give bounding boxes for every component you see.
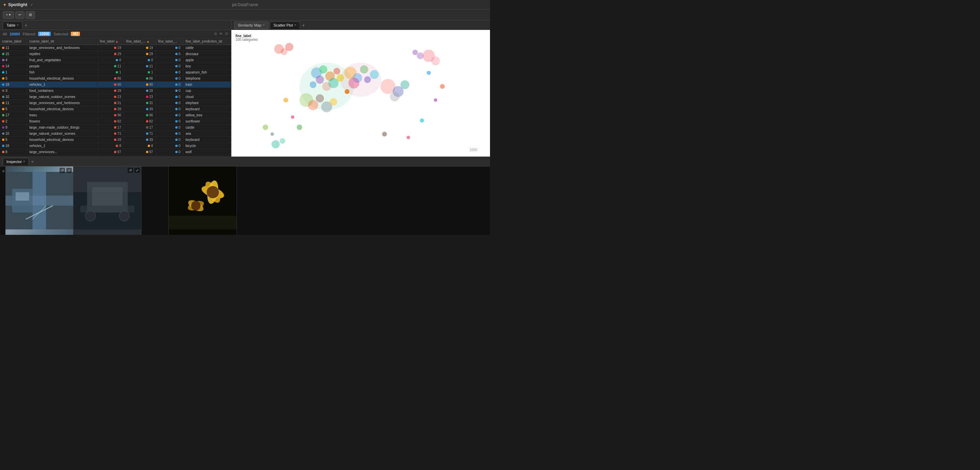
cell-coarse-label: 17	[0, 112, 27, 118]
table-row[interactable]: 8 large_omnivores... 97 97 0 wolf	[0, 149, 231, 155]
tab-scatter-plot[interactable]: Scatter Plot ×	[270, 21, 300, 29]
cell-fine-label: 39	[98, 137, 124, 143]
save-icon[interactable]: 🗸	[30, 3, 34, 7]
img-1-expand[interactable]: ⤢	[66, 168, 72, 173]
svg-point-23	[308, 100, 318, 110]
table-row[interactable]: 5 household_electrical_devices 86 86 0 t…	[0, 76, 231, 82]
table-row[interactable]: 4 fruit_and_vegetables 0 0 0 apple	[0, 57, 231, 63]
cell-fine-label: 39	[98, 106, 124, 112]
table-row[interactable]: 18 vehicles_1 90 90 0 train	[0, 82, 231, 88]
col-header-coarse-label-str[interactable]: coarse_label_str	[27, 38, 98, 45]
table-row[interactable]: 9 large_man-made_outdoor_things 17 17 0 …	[0, 124, 231, 131]
table-row[interactable]: 11 large_omnivores_and_herbivores 31 31 …	[0, 100, 231, 106]
img-2-reload[interactable]: ↺	[127, 168, 133, 173]
table-row[interactable]: 5 household_electrical_devices 39 39 0 k…	[0, 137, 231, 143]
cell-prediction: aquarium_fish	[183, 69, 231, 76]
cell-fine-label2: 96	[124, 112, 156, 118]
svg-point-37	[420, 118, 424, 123]
cell-prediction: wolf	[183, 149, 231, 155]
cell-coarse-label-str: large_natural_outdoor_scenes	[27, 94, 98, 100]
table-row[interactable]: 2 flowers 82 82 0 sunflower	[0, 118, 231, 124]
cell-fine-label: 11	[98, 63, 124, 69]
vis-legend: fine_label 100 categories	[234, 33, 259, 43]
cell-coarse-label-str: food_containers	[27, 88, 98, 94]
cell-fine-label3: 0	[156, 63, 183, 69]
stat-icons: ⊞ 👁 ⚙	[214, 32, 228, 36]
table: coarse_label coarse_label_str fine_label…	[0, 38, 231, 155]
table-row[interactable]: 18 vehicles_1 8 8 0 bicycle	[0, 143, 231, 149]
cell-fine-label2: 29	[124, 51, 156, 57]
svg-point-34	[427, 71, 431, 75]
cell-coarse-label-str: vehicles_1	[27, 143, 98, 149]
tab-add-button[interactable]: +	[24, 22, 27, 28]
cell-fine-label3: 0	[156, 51, 183, 57]
img-1-reload[interactable]: ↺	[60, 168, 65, 173]
vis-tab-add[interactable]: +	[302, 22, 305, 28]
undo-button[interactable]: ↩	[15, 11, 24, 19]
col-header-coarse-label[interactable]: coarse_label	[0, 38, 27, 45]
layout-button[interactable]: ⊞	[26, 11, 35, 19]
cell-fine-label3: 0	[156, 57, 183, 63]
title-bar: ✦ Spotlight 🗸 pd.DataFrame	[0, 0, 490, 10]
cell-prediction: train	[183, 82, 231, 88]
cell-fine-label2: 23	[124, 94, 156, 100]
svg-rect-58	[92, 187, 123, 206]
table-row[interactable]: 15 reptiles 29 29 0 dinosaur	[0, 51, 231, 57]
col-header-fine-label[interactable]: fine_label ▲	[98, 38, 124, 45]
cell-prediction: cloud	[183, 94, 231, 100]
scatter-plot-svg[interactable]: 1000	[231, 30, 490, 156]
table-row[interactable]: 5 household_electrical_devices 39 39 0 k…	[0, 106, 231, 112]
cell-fine-label3: 0	[156, 88, 183, 94]
tab-table[interactable]: Table ×	[3, 21, 22, 29]
center-title: pd.DataFrame	[232, 2, 258, 7]
expand-icon[interactable]: ⊞	[214, 32, 217, 36]
col-header-fine-label3[interactable]: fine_label_...	[156, 38, 183, 45]
right-panels: Similarity Map × Scatter Plot × + fine_l…	[231, 21, 490, 156]
table-stats-bar: All 10000 Filtered 10000 Selected 482 ⊞ …	[0, 30, 231, 38]
stat-all-value: 10000	[10, 32, 20, 36]
inspector-tab-add[interactable]: +	[31, 159, 34, 164]
tab-similarity-map[interactable]: Similarity Map ×	[234, 21, 269, 29]
tab-table-close[interactable]: ×	[17, 23, 19, 27]
tab-inspector-close[interactable]: ×	[23, 159, 25, 163]
cell-prediction: cup	[183, 88, 231, 94]
table-row[interactable]: 3 food_containers 28 28 0 cup	[0, 88, 231, 94]
col-header-prediction[interactable]: fine_label_prediction_str	[183, 38, 231, 45]
svg-point-20	[364, 76, 371, 83]
tab-inspector-label: Inspector	[6, 159, 22, 164]
table-row[interactable]: 14 people 11 11 0 boy	[0, 63, 231, 69]
cell-fine-label: 28	[98, 88, 124, 94]
svg-point-24	[316, 94, 324, 102]
table-row[interactable]: 11 large_omnivores_and_herbivores 19 19 …	[0, 45, 231, 51]
col-header-fine-label2[interactable]: fine_label_... ▲	[124, 38, 156, 45]
cell-prediction: elephant	[183, 100, 231, 106]
svg-point-8	[319, 65, 327, 73]
svg-point-11	[316, 76, 324, 84]
img-2-expand[interactable]: ⤢	[134, 168, 140, 173]
table-row[interactable]: 17 trees 96 96 0 willow_tree	[0, 112, 231, 118]
stat-all-label: All	[3, 32, 7, 36]
eye-icon[interactable]: 👁	[219, 32, 223, 36]
table-row[interactable]: 1 fish 1 1 0 aquarium_fish	[0, 69, 231, 76]
cell-fine-label3: 0	[156, 118, 183, 124]
cell-prediction: sunflower	[183, 118, 231, 124]
cell-coarse-label-str: large_man-made_outdoor_things	[27, 124, 98, 131]
cell-fine-label2: 17	[124, 124, 156, 131]
svg-point-61	[119, 211, 129, 221]
cell-prediction: keyboard	[183, 137, 231, 143]
cell-fine-label2: 11	[124, 63, 156, 69]
cell-coarse-label-str: large_omnivores_and_herbivores	[27, 100, 98, 106]
svg-point-5	[412, 50, 418, 55]
cell-coarse-label: 14	[0, 63, 27, 69]
svg-point-45	[272, 140, 280, 148]
filter-button[interactable]: + ▾	[3, 11, 14, 19]
settings-icon[interactable]: ⚙	[225, 32, 228, 36]
cell-coarse-label-str: household_electrical_devices	[27, 76, 98, 82]
table-row[interactable]: 10 large_natural_outdoor_scenes 71 71 0 …	[0, 131, 231, 137]
tab-similarity-close[interactable]: ×	[263, 23, 265, 27]
tab-scatter-close[interactable]: ×	[294, 23, 296, 27]
data-table[interactable]: coarse_label coarse_label_str fine_label…	[0, 38, 231, 156]
table-row[interactable]: 10 large_natural_outdoor_scenes 23 23 0 …	[0, 94, 231, 100]
inspector-close-button[interactable]: ×	[1, 168, 6, 175]
tab-inspector[interactable]: Inspector ×	[3, 158, 29, 166]
